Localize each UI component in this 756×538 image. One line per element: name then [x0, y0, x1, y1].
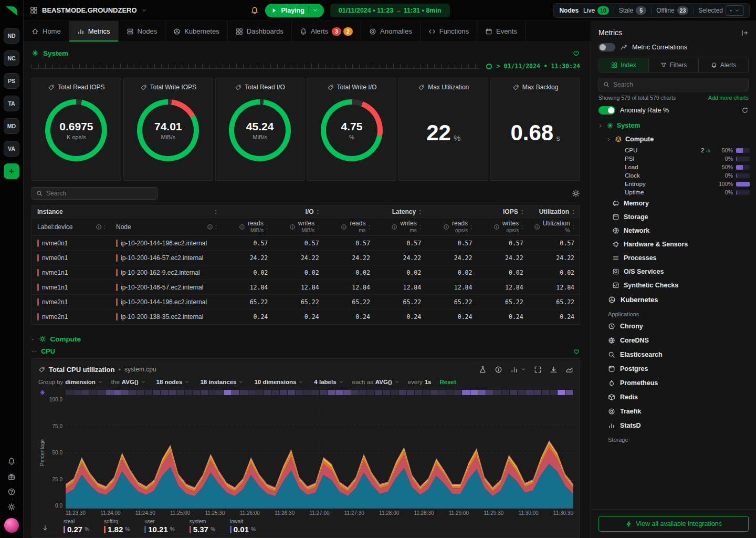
group-utilization[interactable]: Utilization:	[529, 208, 580, 215]
group-instance[interactable]: Instance:	[32, 208, 222, 215]
legend-item-iowait[interactable]: iowait 0.01%	[230, 519, 256, 534]
col-utilization[interactable]: Utilization%:	[529, 220, 580, 233]
gauge-card-total-write-iops[interactable]: Total Write IOPS 74.01MiB/s	[123, 78, 213, 181]
tree-metric-load[interactable]: Load 50%	[597, 163, 750, 171]
tree-metric-psi[interactable]: PSI 0%	[597, 154, 750, 163]
gauge-card-max-backlog[interactable]: Max Backlog 0.68s	[490, 78, 580, 181]
compute-section-header[interactable]: - Compute	[32, 332, 580, 346]
sort-arrow-down-icon[interactable]	[41, 524, 49, 532]
app-item-redis[interactable]: Redis	[597, 390, 750, 404]
workspace-ps[interactable]: PS	[4, 73, 19, 89]
tree-item-system[interactable]: System	[597, 119, 750, 132]
info-icon[interactable]	[341, 224, 347, 230]
heart-icon[interactable]	[572, 49, 580, 57]
nodes-offline-filter[interactable]: Offline 23	[656, 6, 688, 15]
table-search[interactable]	[32, 187, 158, 200]
table-row[interactable]: nvme1n1 ip-10-200-162-9.ec2.internal 0.0…	[32, 265, 580, 280]
table-row[interactable]: nvme0n1 ip-10-200-144-196.ec2.internal 0…	[32, 236, 580, 251]
tab-events[interactable]: Events	[477, 21, 526, 42]
each-as-dropdown[interactable]: each asAVG()	[352, 379, 400, 385]
table-row[interactable]: nvme2n1 ip-10-200-138-35.ec2.internal 0.…	[32, 309, 580, 324]
col-node[interactable]: Node:	[111, 223, 222, 231]
tab-filters[interactable]: Filters	[649, 58, 699, 72]
download-icon[interactable]	[550, 366, 558, 374]
app-item-statsd[interactable]: StatsD	[597, 418, 750, 432]
tree-item-storage[interactable]: Storage	[597, 210, 750, 224]
settings-gear-icon[interactable]	[7, 503, 16, 511]
gauge-card-total-read-iops[interactable]: Total Read IOPS 0.6975K ops/s	[32, 78, 121, 181]
workspace-ta[interactable]: TA	[4, 96, 19, 111]
info-icon[interactable]	[534, 224, 540, 230]
anomaly-ribbon[interactable]	[66, 390, 573, 395]
tab-home[interactable]: Home	[24, 21, 69, 42]
user-avatar[interactable]	[4, 518, 19, 533]
tree-item-compute[interactable]: Compute	[597, 132, 750, 146]
group-latency[interactable]: Latency:	[324, 208, 427, 215]
app-item-elasticsearch[interactable]: Elasticsearch	[597, 347, 750, 361]
tree-metric-entropy[interactable]: Entropy 100%	[597, 180, 750, 188]
app-item-prometheus[interactable]: Prometheus	[597, 376, 750, 390]
legend-item-softirq[interactable]: softirq 1.82%	[104, 519, 130, 534]
tab-nodes[interactable]: Nodes	[119, 21, 166, 42]
plot-area[interactable]	[66, 397, 573, 509]
playback-state-button[interactable]: Playing	[265, 4, 323, 17]
cpu-subsection-header[interactable]: -- CPU	[32, 346, 580, 357]
anomaly-rate-icon[interactable]	[39, 389, 46, 396]
correlations-toggle[interactable]	[598, 43, 615, 51]
agent-bell-icon[interactable]	[250, 6, 259, 15]
tab-anomalies[interactable]: Anomalies	[361, 21, 421, 42]
app-item-chrony[interactable]: Chrony	[597, 319, 750, 333]
heart-icon[interactable]	[573, 348, 580, 355]
col-iops-writes[interactable]: writesops/s:	[477, 220, 528, 233]
area-chart-icon[interactable]	[565, 366, 573, 374]
interval-dropdown[interactable]: every1s	[408, 379, 432, 385]
workspace-nc[interactable]: NC	[4, 50, 19, 66]
notifications-bell-icon[interactable]	[7, 457, 16, 465]
tree-item-os-services[interactable]: O/S Services	[597, 265, 750, 278]
reset-button[interactable]: Reset	[440, 379, 456, 385]
sidebar-search-input[interactable]	[613, 81, 744, 88]
col-latency-writes[interactable]: writesms:	[375, 220, 426, 233]
tree-item-memory[interactable]: Memory	[597, 196, 750, 210]
tab-dashboards[interactable]: Dashboards	[228, 21, 292, 42]
instances-dropdown[interactable]: 18 instances	[198, 379, 244, 385]
group-io[interactable]: I/O:	[222, 208, 324, 215]
cpu-stacked-area-chart[interactable]	[66, 397, 573, 509]
tab-alerts-side[interactable]: Alerts	[699, 58, 748, 72]
table-settings-gear-icon[interactable]	[572, 189, 580, 198]
col-io-reads[interactable]: readsMiB/s:	[222, 220, 273, 233]
chart-type-icon[interactable]	[510, 366, 518, 374]
col-latency-reads[interactable]: readsms:	[324, 220, 375, 233]
time-ruler[interactable]: > 01/11/2024 • 11:30:24	[32, 61, 580, 74]
sidebar-search[interactable]	[598, 78, 749, 91]
selected-nodes-dropdown[interactable]: -	[726, 5, 744, 16]
help-icon[interactable]	[7, 488, 16, 496]
table-row[interactable]: nvme2n1 ip-10-200-144-196.ec2.internal 6…	[32, 295, 580, 309]
nodes-dropdown[interactable]: 18 nodes	[154, 379, 190, 385]
tree-metric-uptime[interactable]: Uptime 0%	[597, 188, 750, 196]
col-io-writes[interactable]: writesMiB/s:	[273, 220, 324, 233]
search-input[interactable]	[46, 190, 153, 197]
refresh-icon[interactable]	[741, 107, 749, 114]
gauge-card-total-read-io[interactable]: Total Read I/O 45.24MiB/s	[215, 78, 305, 181]
group-iops[interactable]: IOPS:	[426, 208, 529, 215]
tree-metric-clock[interactable]: Clock 0%	[597, 171, 750, 180]
info-icon[interactable]	[96, 224, 102, 230]
nodes-live-filter[interactable]: Live 10	[583, 6, 609, 15]
app-item-postgres[interactable]: Postgres	[597, 361, 750, 376]
tab-kubernetes[interactable]: Kubernetes	[165, 21, 228, 42]
legend-item-system[interactable]: system 5.37%	[190, 519, 215, 534]
gauge-card-max-utilization[interactable]: Max Utilization 22%	[398, 78, 488, 181]
tree-item-processes[interactable]: Processes	[597, 251, 750, 265]
dimensions-dropdown[interactable]: 10 dimensions	[252, 379, 303, 385]
labels-dropdown[interactable]: 4 labels	[312, 379, 343, 385]
add-more-charts-link[interactable]: Add more charts	[708, 95, 749, 101]
tree-item-synthetic-checks[interactable]: Synthetic Checks	[597, 278, 750, 292]
tab-functions[interactable]: Functions	[421, 21, 477, 42]
app-item-traefik[interactable]: Traefik	[597, 404, 750, 418]
workspace-md[interactable]: MD	[4, 118, 19, 134]
collapse-sidebar-icon[interactable]	[741, 29, 749, 37]
workspace-nd[interactable]: ND	[4, 28, 19, 44]
group-by-dropdown[interactable]: Group bydimension	[38, 379, 103, 385]
space-switcher[interactable]: BEASTMODE.GROUNDZERO	[30, 6, 147, 14]
